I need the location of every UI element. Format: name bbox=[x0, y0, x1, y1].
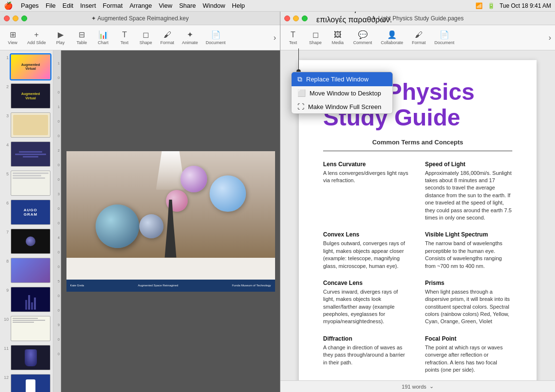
def-convex-lens: Bulges outward, converges rays of light,… bbox=[323, 240, 410, 270]
sphere-teal bbox=[96, 204, 139, 248]
slide-thumb-8[interactable]: 8 bbox=[0, 256, 53, 285]
slide-9-thumb[interactable] bbox=[11, 287, 50, 312]
slide-thumb-3[interactable]: 3 bbox=[0, 110, 53, 140]
slide-2-thumb[interactable]: AugmentedVirtual bbox=[11, 83, 50, 109]
slide-num-10: 10 bbox=[2, 316, 9, 322]
toolbar-more[interactable]: › bbox=[274, 33, 276, 42]
dropdown-item-replace-tiled[interactable]: ⧉ Replace Tiled Window bbox=[292, 72, 392, 86]
toolbar-play[interactable]: ▶ Play bbox=[52, 29, 69, 46]
zoom-button[interactable] bbox=[21, 16, 27, 21]
menu-file[interactable]: File bbox=[46, 2, 56, 9]
slide-thumb-7[interactable]: 7 bbox=[0, 227, 53, 256]
wifi-icon[interactable]: 📶 bbox=[475, 2, 483, 9]
slide-num-6: 6 bbox=[2, 200, 9, 205]
view-icon: ⊞ bbox=[10, 30, 16, 39]
slide-thumb-12[interactable]: 12 bbox=[0, 372, 53, 392]
dropdown-menu[interactable]: ⧉ Replace Tiled Window ⬜ Move Window to … bbox=[291, 72, 393, 114]
slide-7-thumb[interactable] bbox=[11, 229, 50, 254]
slide-thumb-5[interactable]: 5 bbox=[0, 169, 53, 198]
slide-5-thumb[interactable] bbox=[11, 171, 50, 196]
toolbar-table-label: Table bbox=[77, 40, 87, 45]
slide-canvas[interactable]: Kate Grela Augmented Space Reimagined Fu… bbox=[61, 50, 280, 392]
pages-document-icon: 📄 bbox=[440, 30, 449, 39]
slide-num-9: 9 bbox=[2, 287, 9, 293]
pages-toolbar-more[interactable]: › bbox=[549, 33, 551, 42]
pages-toolbar-document[interactable]: 📄 Document bbox=[433, 29, 457, 46]
doc-entry-visible-light: Visible Light Spectrum The narrow band o… bbox=[425, 231, 512, 270]
slide-8-thumb[interactable] bbox=[11, 258, 50, 283]
doc-entry-speed-of-light: Speed of Light Approximately 186,000mi/s… bbox=[425, 161, 512, 222]
menu-view[interactable]: View bbox=[159, 2, 172, 9]
pages-toolbar-comment[interactable]: 💬 Comment bbox=[351, 29, 374, 46]
pages-toolbar-text[interactable]: T Text bbox=[284, 30, 302, 46]
word-count: 191 words bbox=[402, 384, 426, 390]
toolbar-format-label: Format bbox=[161, 40, 175, 45]
menu-share[interactable]: Share bbox=[179, 2, 196, 9]
pages-text-label: Text bbox=[289, 40, 297, 45]
def-visible-light: The narrow band of wavelengths perceptib… bbox=[425, 240, 512, 270]
pages-toolbar-collaborate[interactable]: 👤 Collaborate bbox=[379, 29, 405, 46]
pages-comment-icon: 💬 bbox=[358, 30, 368, 39]
toolbar-chart[interactable]: 📊 Chart bbox=[95, 29, 112, 46]
slide-panel[interactable]: 1 AugmentedVirtual 2 AugmentedVirtual 3 bbox=[0, 50, 53, 392]
desktop: ✦ Augmented Space Reimagined.key ⊞ View … bbox=[0, 12, 555, 392]
pages-close-button[interactable] bbox=[284, 16, 290, 21]
toolbar-text[interactable]: T Text bbox=[116, 30, 133, 46]
doc-subtitle: Common Terms and Concepts bbox=[323, 139, 512, 146]
toolbar-shape[interactable]: ◻ Shape bbox=[137, 29, 155, 46]
menu-window[interactable]: Window bbox=[203, 2, 225, 9]
menu-edit[interactable]: Edit bbox=[63, 2, 73, 9]
toolbar-text-label: Text bbox=[120, 40, 129, 45]
slide-4-thumb[interactable] bbox=[11, 141, 50, 167]
menu-insert[interactable]: Insert bbox=[80, 2, 96, 9]
dropdown-item-fullscreen[interactable]: ⛶ Make Window Full Screen bbox=[292, 100, 392, 113]
menubar-right: 📶 🔋 Tue Oct 18 9:41 AM bbox=[475, 2, 551, 9]
toolbar-table[interactable]: ⊟ Table bbox=[73, 29, 91, 46]
menu-format[interactable]: Format bbox=[103, 2, 123, 9]
def-speed-of-light: Approximately 186,000mi/s. Sunlight take… bbox=[425, 170, 512, 222]
slide-thumb-1[interactable]: 1 AugmentedVirtual bbox=[0, 52, 53, 81]
menu-arrange[interactable]: Arrange bbox=[130, 2, 152, 9]
toolbar-chart-label: Chart bbox=[98, 40, 109, 45]
slide-thumb-11[interactable]: 11 bbox=[0, 343, 53, 372]
slide-3-thumb[interactable] bbox=[11, 112, 50, 138]
dropdown-item-move-desktop[interactable]: ⬜ Move Window to Desktop bbox=[292, 86, 392, 100]
slide-1-thumb[interactable]: AugmentedVirtual bbox=[11, 54, 50, 79]
toolbar-play-label: Play bbox=[56, 40, 65, 45]
toolbar-add-slide[interactable]: + Add Slide bbox=[25, 30, 48, 46]
word-count-chevron[interactable]: ⌄ bbox=[429, 383, 434, 390]
menu-help[interactable]: Help bbox=[232, 2, 245, 9]
pages-toolbar: T Text ◻ Shape 🖼 Media 💬 Comment 👤 Colla… bbox=[280, 25, 555, 50]
caption-right: Funda Museum of Technology bbox=[232, 284, 271, 287]
pages-toolbar-format[interactable]: 🖌 Format bbox=[410, 30, 428, 46]
slide-thumb-4[interactable]: 4 bbox=[0, 140, 53, 169]
chart-icon: 📊 bbox=[98, 30, 108, 39]
slide-thumb-9[interactable]: 9 bbox=[0, 285, 53, 314]
vertical-ruler: 1 0 0 1 0 0 2 0 0 3 0 0 4 0 0 bbox=[53, 50, 61, 392]
slide-12-thumb[interactable] bbox=[11, 374, 50, 392]
pages-shape-icon: ◻ bbox=[312, 30, 319, 39]
slide-thumb-6[interactable]: 6 AUGOGRAM bbox=[0, 198, 53, 227]
slide-6-thumb[interactable]: AUGOGRAM bbox=[11, 200, 50, 225]
apple-menu[interactable]: 🍎 bbox=[4, 1, 13, 10]
toolbar-document[interactable]: 📄 Document bbox=[204, 29, 228, 46]
pages-format-icon: 🖌 bbox=[415, 31, 423, 39]
toolbar-animate[interactable]: ✦ Animate bbox=[180, 29, 200, 46]
doc-entry-convex-lens: Convex Lens Bulges outward, converges ra… bbox=[323, 231, 410, 270]
slide-thumb-10[interactable]: 10 bbox=[0, 314, 53, 343]
slide-11-thumb[interactable] bbox=[11, 345, 50, 370]
slide-thumb-2[interactable]: 2 AugmentedVirtual bbox=[0, 81, 53, 110]
toolbar-view[interactable]: ⊞ View bbox=[4, 29, 21, 46]
toolbar-format[interactable]: 🖌 Format bbox=[159, 30, 177, 46]
pages-toolbar-shape[interactable]: ◻ Shape bbox=[307, 29, 324, 46]
slide-num-7: 7 bbox=[2, 229, 9, 235]
close-button[interactable] bbox=[4, 16, 10, 21]
minimize-button[interactable] bbox=[13, 16, 18, 21]
pages-toolbar-media[interactable]: 🖼 Media bbox=[329, 30, 346, 46]
sphere-purple bbox=[180, 166, 207, 192]
toolbar-document-label: Document bbox=[206, 40, 226, 45]
fullscreen-icon: ⛶ bbox=[297, 103, 304, 110]
def-diffraction: A change in direction of waves as they p… bbox=[323, 344, 410, 366]
slide-10-thumb[interactable] bbox=[11, 316, 50, 341]
menu-pages[interactable]: Pages bbox=[21, 2, 39, 9]
